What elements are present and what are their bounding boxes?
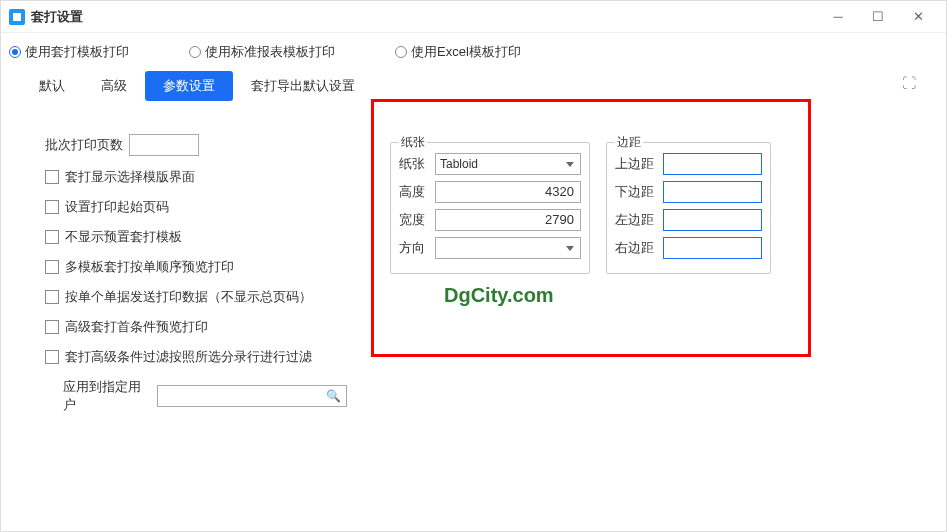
apply-user-label: 应用到指定用户: [63, 378, 151, 414]
paper-legend: 纸张: [399, 134, 427, 151]
checkbox-label: 高级套打首条件预览打印: [65, 318, 208, 336]
title-bar: 套打设置 ─ ☐ ✕: [1, 1, 946, 33]
margin-bottom-input[interactable]: [663, 181, 762, 203]
margin-left-input[interactable]: [663, 209, 762, 231]
checkbox-label: 套打显示选择模版界面: [65, 168, 195, 186]
batch-pages-label: 批次打印页数: [45, 136, 123, 154]
margin-right-input[interactable]: [663, 237, 762, 259]
checkbox-advanced-filter-by-entry[interactable]: [45, 350, 59, 364]
window-title: 套打设置: [31, 8, 818, 26]
radio-icon: [395, 46, 407, 58]
close-button[interactable]: ✕: [898, 3, 938, 31]
tab-export-default[interactable]: 套打导出默认设置: [233, 71, 373, 101]
width-value[interactable]: 2790: [435, 209, 581, 231]
radio-label: 使用Excel模板打印: [411, 43, 521, 61]
margin-top-label: 上边距: [615, 155, 663, 173]
tab-param-settings[interactable]: 参数设置: [145, 71, 233, 101]
highlight-box: 纸张 纸张 Tabloid 高度 4320 宽度 2790 方向: [371, 99, 811, 357]
left-panel: 批次打印页数 套打显示选择模版界面 设置打印起始页码 不显示预置套打模板 多模板…: [21, 111, 371, 423]
paper-fieldset: 纸张 纸张 Tabloid 高度 4320 宽度 2790 方向: [390, 142, 590, 274]
orientation-select[interactable]: [435, 237, 581, 259]
checkbox-label: 设置打印起始页码: [65, 198, 169, 216]
radio-use-overlay-template[interactable]: 使用套打模板打印: [9, 43, 129, 61]
app-icon: [9, 9, 25, 25]
checkbox-label: 按单个单据发送打印数据（不显示总页码）: [65, 288, 312, 306]
radio-use-standard-template[interactable]: 使用标准报表模板打印: [189, 43, 335, 61]
radio-label: 使用套打模板打印: [25, 43, 129, 61]
maximize-button[interactable]: ☐: [858, 3, 898, 31]
checkbox-label: 不显示预置套打模板: [65, 228, 182, 246]
checkbox-advanced-first-condition[interactable]: [45, 320, 59, 334]
checkbox-show-template-selection[interactable]: [45, 170, 59, 184]
margin-fieldset: 边距 上边距 下边距 左边距 右边距: [606, 142, 771, 274]
margin-top-input[interactable]: [663, 153, 762, 175]
orientation-label: 方向: [399, 239, 435, 257]
radio-use-excel-template[interactable]: 使用Excel模板打印: [395, 43, 521, 61]
checkbox-multi-template-order[interactable]: [45, 260, 59, 274]
minimize-button[interactable]: ─: [818, 3, 858, 31]
apply-user-input[interactable]: [157, 385, 347, 407]
margin-bottom-label: 下边距: [615, 183, 663, 201]
margin-legend: 边距: [615, 134, 643, 151]
checkbox-hide-preset-templates[interactable]: [45, 230, 59, 244]
right-panel: 纸张 纸张 Tabloid 高度 4320 宽度 2790 方向: [371, 111, 926, 423]
paper-label: 纸张: [399, 155, 435, 173]
width-label: 宽度: [399, 211, 435, 229]
search-icon[interactable]: 🔍: [326, 389, 341, 403]
tab-default[interactable]: 默认: [21, 71, 83, 101]
batch-pages-input[interactable]: [129, 134, 199, 156]
watermark-text: DgCity.com: [444, 284, 554, 307]
checkbox-single-doc-send[interactable]: [45, 290, 59, 304]
paper-select[interactable]: Tabloid: [435, 153, 581, 175]
margin-right-label: 右边距: [615, 239, 663, 257]
height-value[interactable]: 4320: [435, 181, 581, 203]
checkbox-label: 套打高级条件过滤按照所选分录行进行过滤: [65, 348, 312, 366]
height-label: 高度: [399, 183, 435, 201]
tab-advanced[interactable]: 高级: [83, 71, 145, 101]
radio-icon: [189, 46, 201, 58]
radio-icon: [9, 46, 21, 58]
margin-left-label: 左边距: [615, 211, 663, 229]
expand-icon[interactable]: ⛶: [902, 75, 916, 91]
radio-label: 使用标准报表模板打印: [205, 43, 335, 61]
checkbox-label: 多模板套打按单顺序预览打印: [65, 258, 234, 276]
checkbox-set-start-page[interactable]: [45, 200, 59, 214]
